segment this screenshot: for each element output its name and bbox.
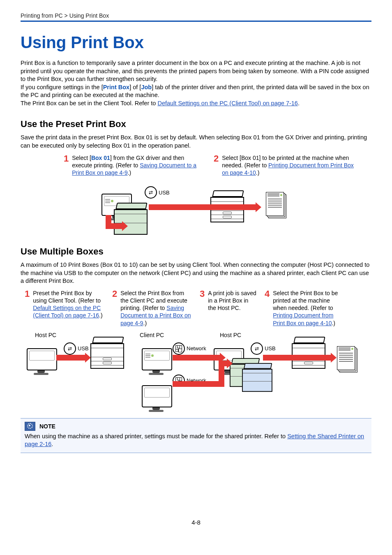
heading-multiple: Use Multiple Boxes (21, 246, 371, 257)
note-icon (25, 422, 35, 431)
printer-icon (90, 337, 123, 369)
link-printing-doc[interactable]: Printing Document from Print Box on page… (273, 312, 333, 326)
printer-icon (292, 337, 325, 369)
page-number: 4-8 (21, 519, 371, 526)
preset-diagram: ⇄USB (101, 181, 291, 235)
step-number: 2 (112, 289, 117, 327)
intro-p3: The Print Box can be set in the Client T… (21, 99, 371, 108)
step-number: 2 (214, 154, 219, 177)
link-default-settings[interactable]: Default Settings on the PC (Client Tool)… (33, 305, 101, 319)
documents-icon (266, 192, 286, 217)
label-host-pc: Host PC (220, 332, 241, 338)
step-number: 3 (200, 289, 205, 327)
printer-blue-icon (242, 363, 272, 392)
heading-preset: Use the Preset Print Box (21, 119, 371, 130)
label-host-pc: Host PC (35, 332, 56, 338)
documents-icon (337, 346, 357, 372)
note-label: NOTE (39, 423, 55, 430)
network-icon: Network (173, 342, 206, 355)
link-default-settings[interactable]: Default Settings on the PC (Client Tool)… (157, 100, 298, 106)
usb-icon: ⇄USB (145, 186, 170, 199)
step-number: 4 (265, 289, 270, 327)
monitor-icon (142, 385, 171, 412)
intro-p1: Print Box is a function to temporarily s… (21, 59, 371, 83)
multi-step4: 4 Select the Print Box to be printed at … (265, 289, 345, 327)
monitor-icon (27, 348, 55, 375)
multi-step2: 2 Select the Print Box from the Client P… (112, 289, 192, 327)
step-number: 1 (25, 289, 30, 327)
monitor-icon (142, 348, 171, 375)
page-title: Using Print Box (21, 33, 371, 52)
intro-p2: If you configure settings in the [Print … (21, 83, 371, 99)
divider (21, 21, 371, 22)
preset-desc: Save the print data in the preset Print … (21, 134, 371, 150)
multi-step1: 1 Preset the Print Box by using Client T… (25, 289, 105, 327)
step-number: 1 (64, 154, 69, 177)
note-box: NOTE When using the machine as a shared … (21, 418, 371, 453)
multiple-desc: A maximum of 10 Print Boxes (Box 01 to 1… (21, 261, 371, 285)
multi-step3: 3 A print job is saved in a Print Box in… (200, 289, 257, 327)
usb-icon: ⇄USB (251, 342, 276, 355)
printer-green-icon (114, 203, 147, 235)
breadcrumb: Printing from PC > Using Print Box (21, 12, 371, 19)
multiple-diagram: Host PC Client PC Host PC ⇄USB Network (27, 332, 360, 410)
preset-step2: 2 Select [Box 01] to be printed at the m… (214, 154, 355, 177)
label-client-pc: Client PC (140, 332, 164, 338)
preset-step1: 1 Select [Box 01] from the GX driver and… (64, 154, 205, 177)
